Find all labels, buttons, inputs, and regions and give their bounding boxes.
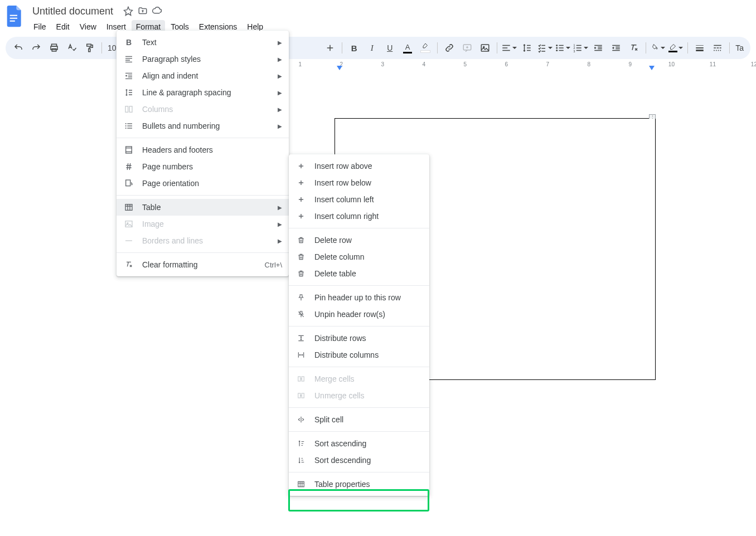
menu-file[interactable]: File (29, 20, 51, 33)
text-color-button[interactable]: A (399, 40, 416, 56)
svg-point-23 (714, 50, 715, 51)
move-icon[interactable] (138, 6, 148, 16)
table-icon (123, 202, 134, 213)
image-icon (123, 218, 134, 230)
line-spacing-icon (123, 87, 134, 98)
table-sort-desc-item[interactable]: Sort descending (289, 452, 429, 469)
redo-button[interactable] (28, 40, 45, 56)
undo-button[interactable] (10, 40, 27, 56)
align-button[interactable] (501, 40, 517, 56)
table-merge-cells-item: Merge cells (289, 371, 429, 387)
document-title[interactable]: Untitled document (29, 5, 117, 18)
menu-separator (117, 195, 289, 196)
table-sort-asc-item[interactable]: Sort ascending (289, 435, 429, 452)
trash-icon (295, 251, 307, 262)
insert-plus-button[interactable] (322, 40, 338, 56)
ruler-right-indent-marker[interactable] (649, 66, 655, 70)
border-width-button[interactable] (691, 40, 708, 56)
checklist-button[interactable] (536, 40, 553, 56)
menu-view[interactable]: View (75, 20, 101, 33)
header-main: Untitled document File Edit View Insert … (29, 3, 752, 33)
toolbar-separator (687, 42, 688, 53)
border-color-button[interactable] (667, 40, 684, 56)
svg-point-35 (125, 123, 127, 124)
table-unpin-header-item[interactable]: Unpin header row(s) (289, 306, 429, 323)
svg-rect-19 (714, 45, 721, 46)
underline-button[interactable]: U (381, 40, 398, 56)
chevron-right-icon: ▶ (278, 106, 282, 113)
fill-color-button[interactable] (650, 40, 666, 56)
format-clear-formatting-item[interactable]: Clear formattingCtrl+\ (117, 256, 289, 273)
format-align-indent-item[interactable]: Align and indent▶ (117, 67, 289, 84)
pin-icon (295, 292, 307, 303)
format-table-item[interactable]: Table▶ (117, 199, 289, 216)
spellcheck-button[interactable] (64, 40, 80, 56)
svg-rect-49 (302, 393, 304, 398)
svg-rect-21 (717, 47, 719, 48)
table-properties-item[interactable]: Table properties (289, 476, 429, 493)
table-insert-col-right-item[interactable]: Insert column right (289, 208, 429, 225)
bold-icon: B (123, 37, 134, 48)
table-submenu: Insert row above Insert row below Insert… (289, 154, 429, 496)
format-paragraph-styles-item[interactable]: Paragraph styles▶ (117, 51, 289, 67)
table-insert-row-below-item[interactable]: Insert row below (289, 174, 429, 191)
format-line-spacing-item[interactable]: Line & paragraph spacing▶ (117, 84, 289, 101)
insert-image-button[interactable] (477, 40, 493, 56)
star-icon[interactable] (123, 6, 133, 16)
menu-separator (289, 472, 429, 472)
header-footer-icon (123, 144, 134, 155)
format-text-item[interactable]: BText▶ (117, 34, 289, 51)
toolbar-separator (101, 42, 102, 53)
svg-point-10 (556, 45, 558, 46)
unmerge-cells-icon (295, 390, 307, 401)
table-unmerge-cells-item: Unmerge cells (289, 387, 429, 404)
menu-separator (289, 326, 429, 327)
add-comment-button[interactable] (459, 40, 476, 56)
menu-separator (117, 138, 289, 138)
menu-edit[interactable]: Edit (52, 20, 74, 33)
toolbar-end-text[interactable]: Ta (733, 40, 746, 56)
insert-link-button[interactable] (441, 40, 458, 56)
table-pin-header-item[interactable]: Pin header up to this row (289, 289, 429, 306)
italic-button[interactable]: I (364, 40, 380, 56)
highlight-color-button[interactable] (417, 40, 434, 56)
docs-logo[interactable] (4, 3, 25, 30)
chevron-right-icon: ▶ (278, 40, 282, 46)
ruler-left-indent-marker[interactable] (337, 66, 342, 70)
print-button[interactable] (46, 40, 62, 56)
table-insert-col-left-item[interactable]: Insert column left (289, 191, 429, 208)
bold-button[interactable]: B (346, 40, 362, 56)
trash-icon (295, 268, 307, 279)
format-bullets-numbering-item[interactable]: Bullets and numbering▶ (117, 118, 289, 134)
table-delete-column-item[interactable]: Delete column (289, 248, 429, 265)
svg-rect-50 (298, 481, 304, 486)
format-page-numbers-item[interactable]: Page numbers (117, 158, 289, 175)
table-handle-icon[interactable]: ⋮ (649, 114, 656, 119)
table-split-cell-item[interactable]: Split cell (289, 411, 429, 428)
ruler-numbers: 123456789101112131415161718 (290, 61, 756, 67)
cloud-status-icon[interactable] (152, 6, 162, 16)
table-distribute-rows-item[interactable]: Distribute rows (289, 330, 429, 347)
border-dash-button[interactable] (709, 40, 726, 56)
table-delete-table-item[interactable]: Delete table (289, 265, 429, 282)
increase-indent-button[interactable] (608, 40, 624, 56)
bulleted-list-button[interactable] (554, 40, 571, 56)
svg-point-25 (718, 50, 719, 51)
chevron-right-icon: ▶ (278, 90, 282, 96)
clear-format-button[interactable] (626, 40, 642, 56)
numbered-list-button[interactable]: 123 (572, 40, 589, 56)
format-page-orientation-item[interactable]: Page orientation (117, 175, 289, 192)
title-icons (119, 6, 162, 16)
toolbar-separator (729, 42, 730, 53)
table-delete-row-item[interactable]: Delete row (289, 232, 429, 248)
table-insert-row-above-item[interactable]: Insert row above (289, 158, 429, 174)
decrease-indent-button[interactable] (590, 40, 607, 56)
line-icon (123, 235, 134, 246)
table-distribute-cols-item[interactable]: Distribute columns (289, 347, 429, 363)
paint-format-button[interactable] (81, 40, 98, 56)
indent-icon (123, 70, 134, 81)
svg-point-12 (556, 50, 558, 51)
format-headers-footers-item[interactable]: Headers and footers (117, 142, 289, 158)
line-spacing-button[interactable] (518, 40, 535, 56)
svg-rect-46 (298, 377, 301, 381)
